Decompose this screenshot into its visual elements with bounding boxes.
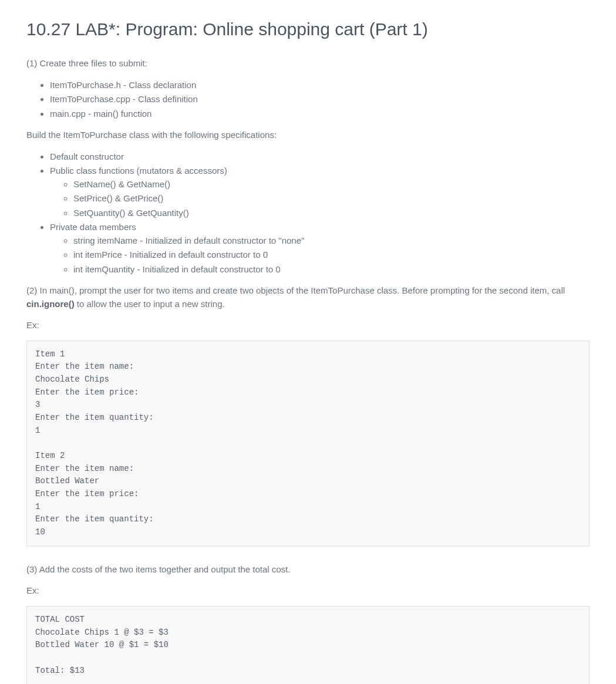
list-item: SetName() & GetName() bbox=[73, 178, 590, 191]
step2-text-after: to allow the user to input a new string. bbox=[75, 299, 225, 309]
list-item: main.cpp - main() function bbox=[50, 107, 590, 121]
list-item-label: Public class functions (mutators & acces… bbox=[50, 166, 227, 176]
page-title: 10.27 LAB*: Program: Online shopping car… bbox=[26, 18, 590, 41]
step3-text: (3) Add the costs of the two items toget… bbox=[26, 563, 590, 577]
step2-text: (2) In main(), prompt the user for two i… bbox=[26, 284, 590, 311]
step2-text-before: (2) In main(), prompt the user for two i… bbox=[26, 285, 565, 295]
example-output-block: TOTAL COST Chocolate Chips 1 @ $3 = $3 B… bbox=[26, 606, 590, 684]
files-list: ItemToPurchase.h - Class declaration Ite… bbox=[26, 79, 590, 121]
example-label: Ex: bbox=[26, 584, 590, 598]
list-item: Public class functions (mutators & acces… bbox=[50, 164, 590, 220]
sub-list: string itemName - Initialized in default… bbox=[50, 234, 590, 277]
list-item: Private data members string itemName - I… bbox=[50, 221, 590, 276]
list-item: ItemToPurchase.h - Class declaration bbox=[50, 79, 590, 92]
step1-intro: (1) Create three files to submit: bbox=[26, 57, 590, 70]
specs-list: Default constructor Public class functio… bbox=[26, 150, 590, 277]
list-item: SetQuantity() & GetQuantity() bbox=[73, 207, 590, 220]
list-item-label: Private data members bbox=[50, 222, 136, 232]
list-item: string itemName - Initialized in default… bbox=[73, 234, 590, 248]
sub-list: SetName() & GetName() SetPrice() & GetPr… bbox=[50, 178, 590, 220]
list-item: SetPrice() & GetPrice() bbox=[73, 192, 590, 205]
list-item: ItemToPurchase.cpp - Class definition bbox=[50, 93, 590, 106]
example-label: Ex: bbox=[26, 319, 590, 332]
list-item: int itemPrice - Initialized in default c… bbox=[73, 248, 590, 262]
example-output-block: Item 1 Enter the item name: Chocolate Ch… bbox=[26, 341, 590, 547]
inline-code: cin.ignore() bbox=[26, 299, 75, 309]
build-intro: Build the ItemToPurchase class with the … bbox=[26, 129, 590, 142]
list-item: Default constructor bbox=[50, 150, 590, 164]
list-item: int itemQuantity - Initialized in defaul… bbox=[73, 263, 590, 277]
